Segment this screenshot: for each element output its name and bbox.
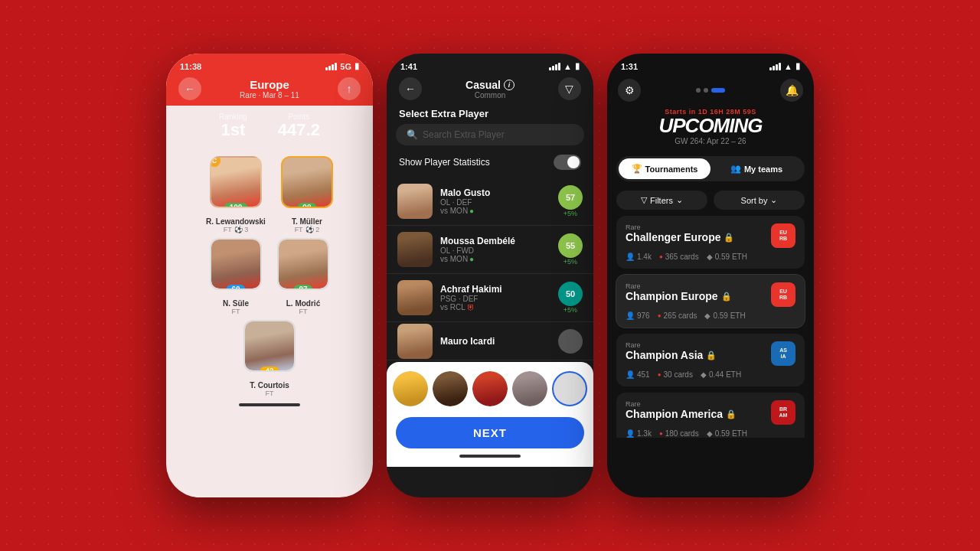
p3-tab-myteams[interactable]: 👥 My teams [710, 158, 802, 179]
p3-card-left-2: Rare Champion Asia 🔒 [626, 341, 717, 361]
p3-eth-2: 0.44 ETH [709, 370, 741, 379]
p1-score-modric: 97 [293, 285, 312, 290]
p1-player-lewandowski[interactable]: C 100 R. Lewandowski FT ⚽ 3 [206, 156, 266, 233]
p1-share-button[interactable]: ↑ [338, 77, 361, 100]
p1-stats: Ranking 1st Points 447.2 [166, 106, 373, 148]
p3-sortby-button[interactable]: Sort by ⌄ [714, 191, 805, 210]
p3-logo-2: ASIA [771, 341, 795, 366]
p2-avatar-slot-2[interactable] [472, 371, 508, 406]
p3-card-title-3: Champion America 🔒 [626, 408, 737, 420]
p1-ft-modric: FT [299, 308, 308, 315]
p1-name-lewandowski: R. Lewandowski [206, 217, 266, 226]
p1-img-muller: 98 [281, 156, 333, 208]
p2-statusbar: 1:41 ▲ ▮ [387, 54, 593, 74]
p2-title-text: Casual [466, 79, 501, 91]
p2-match-achraf: vs RCL ⛨ [440, 303, 550, 311]
p3-cards-dot-3: ● [659, 430, 663, 437]
p2-toggle-switch[interactable] [554, 155, 581, 170]
p3-gear-button[interactable]: ⚙ [618, 79, 641, 102]
p3-players-count-2: 451 [637, 370, 650, 379]
p3-stat-cards-3: ● 180 cards [659, 429, 699, 438]
p3-logo-text-2: ASIA [779, 347, 787, 359]
p3-players-count-3: 1.3k [637, 429, 652, 438]
p2-avatars-row [396, 371, 584, 406]
p2-player-item-2[interactable]: Achraf Hakimi PSG · DEF vs RCL ⛨ 50 +5% [387, 274, 593, 322]
p3-dot-3 [711, 88, 725, 93]
p3-tab-myteams-label: My teams [744, 165, 782, 174]
p2-search-placeholder: Search Extra Player [423, 129, 505, 140]
p1-name-modric: L. Modrić [286, 299, 320, 308]
p3-dot-2 [704, 88, 708, 93]
p3-eth-icon-1: ◆ [704, 311, 710, 320]
p1-row-2: 60 N. Süle FT 97 L. Modrić FT [174, 238, 365, 315]
p2-player-item-1[interactable]: Moussa Dembélé OL · FWD vs MON ● 55 +5% [387, 226, 593, 274]
p1-players: C 100 R. Lewandowski FT ⚽ 3 98 T. [174, 156, 365, 397]
p2-avatar-slot-1[interactable] [433, 371, 468, 406]
p3-statusbar: 1:31 ▲ ▮ [607, 54, 814, 74]
p2-avatar-slot-4[interactable] [552, 371, 587, 406]
p3-tournament-1[interactable]: Rare Champion Europe 🔒 EURB 👤 976 ● [616, 275, 805, 328]
p2-next-button[interactable]: NEXT [396, 417, 584, 448]
p2-dot-moussa: ● [469, 255, 474, 263]
p3-gw-label: GW 264: Apr 22 – 26 [607, 137, 814, 145]
p2-avatar-slot-3[interactable] [512, 371, 547, 406]
p1-player-courtois[interactable]: 42 T. Courtois FT [243, 320, 296, 397]
p3-people-icon-3: 👤 [626, 429, 635, 438]
p2-back-button[interactable]: ← [399, 77, 422, 100]
p3-cards-0: 365 cards [665, 253, 699, 261]
p3-stat-cards-2: ● 30 cards [658, 370, 693, 379]
phone-2: 1:41 ▲ ▮ ← Casual i Common ▽ Select Extr… [387, 54, 593, 497]
p3-card-stats-2: 👤 451 ● 30 cards ◆ 0.44 ETH [626, 370, 795, 379]
p2-player-item-0[interactable]: Malo Gusto OL · DEF vs MON ● 57 +5% [387, 178, 593, 226]
p2-name-mauro: Mauro Icardi [440, 336, 550, 347]
p3-cards-1: 265 cards [664, 311, 697, 320]
p3-logo-3: BRAM [771, 400, 795, 425]
p2-search-bar[interactable]: 🔍 Search Extra Player [396, 124, 584, 145]
p1-player-sule[interactable]: 60 N. Süle FT [210, 238, 262, 315]
p1-player-muller[interactable]: 98 T. Müller FT ⚽ 2 [281, 156, 333, 233]
p1-stars-lewandowski: ⚽ 3 [234, 226, 249, 233]
p2-avatar-slot-0[interactable] [393, 371, 428, 406]
p3-filter-icon: ▽ [641, 195, 647, 205]
p2-header: ← Casual i Common ▽ [387, 74, 593, 106]
p3-sortby-chevron: ⌄ [770, 195, 777, 205]
p2-plus-malo: +5% [564, 210, 577, 217]
p2-avatar-achraf [397, 280, 433, 315]
p3-card-stats-0: 👤 1.4k ● 365 cards ◆ 0.59 ETH [626, 253, 795, 261]
p2-team-achraf: PSG · DEF [440, 295, 550, 303]
p2-score-group-malo: 57 +5% [558, 185, 583, 217]
p2-match-text-malo: vs MON [440, 207, 468, 215]
p3-logo-1: EURB [771, 282, 795, 307]
p3-lock-3: 🔒 [726, 409, 737, 419]
p2-toggle-row: Show Player Statistics [387, 152, 593, 178]
p1-player-modric[interactable]: 97 L. Modrić FT [277, 238, 329, 315]
p3-cards-2: 30 cards [664, 370, 693, 379]
p3-tournament-0[interactable]: Rare Challenger Europe 🔒 EURB 👤 1.4k ● [616, 216, 805, 269]
p3-filters-button[interactable]: ▽ Filters ⌄ [616, 191, 707, 210]
p3-tab-tournaments[interactable]: 🏆 Tournaments [619, 158, 710, 179]
p2-player-item-3[interactable]: Mauro Icardi [387, 322, 593, 360]
p2-score-group-achraf: 50 +5% [558, 282, 583, 314]
p3-card-header-0: Rare Challenger Europe 🔒 EURB [626, 223, 795, 248]
p3-eth-icon-0: ◆ [707, 253, 713, 261]
p1-back-button[interactable]: ← [178, 77, 201, 100]
p1-statusbar: 11:38 5G ▮ [166, 54, 373, 74]
p3-tournament-2[interactable]: Rare Champion Asia 🔒 ASIA 👤 451 ● [616, 334, 805, 386]
p1-score-lewandowski: 100 [224, 203, 248, 208]
p3-stat-players-1: 👤 976 [626, 311, 650, 320]
p2-score-achraf: 50 [558, 282, 583, 306]
p2-name-malo: Malo Gusto [440, 187, 550, 198]
p3-upcoming-title: UPCOMING [607, 116, 814, 135]
p2-filter-button[interactable]: ▽ [558, 77, 581, 100]
p1-ranking-label: Ranking [219, 112, 247, 121]
p2-team-moussa: OL · FWD [440, 246, 550, 255]
p3-bell-button[interactable]: 🔔 [780, 79, 803, 102]
p3-eth-3: 0.59 ETH [715, 429, 747, 438]
p3-tournament-3[interactable]: Rare Champion America 🔒 BRAM 👤 1.3k ● [616, 393, 805, 438]
p1-score-muller: 98 [297, 203, 316, 208]
p3-filters-label: Filters [650, 196, 673, 205]
p1-ft-lewandowski: FT [224, 226, 232, 233]
p2-info-moussa: Moussa Dembélé OL · FWD vs MON ● [440, 236, 550, 263]
p1-5g: 5G [340, 62, 351, 71]
p1-battery: ▮ [354, 61, 359, 71]
